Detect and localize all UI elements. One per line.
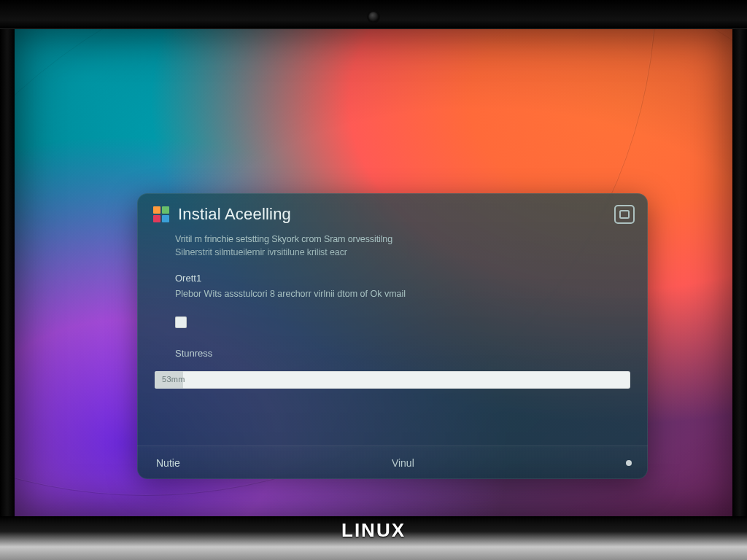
window-restore-button[interactable] [614, 205, 635, 224]
section-subtext: Plebor Wits assstulcori 8 arechorr virln… [175, 287, 630, 300]
bezel-top [0, 0, 747, 29]
dialog-title: Instial Aceelling [178, 205, 605, 224]
progress-text: 53mm [162, 371, 185, 389]
footer-next-button[interactable]: Vinul [180, 457, 626, 469]
installer-dialog: Instial Aceelling Vritil m frinchie sets… [137, 193, 648, 479]
svg-rect-0 [620, 211, 629, 218]
dialog-header: Instial Aceelling [137, 193, 648, 230]
four-square-logo-icon [153, 206, 169, 222]
dialog-body: Vritil m frinchie setstting Skyork crom … [137, 230, 648, 389]
option-row [175, 316, 630, 328]
window-restore-icon [619, 210, 630, 219]
dialog-footer: Nutie Vinul [137, 446, 648, 479]
bezel-left [0, 29, 15, 516]
monitor-frame: Instial Aceelling Vritil m frinchie sets… [0, 0, 747, 560]
section-label: Orett1 [175, 272, 630, 286]
webcam-icon [368, 12, 379, 22]
status-label: Stunress [175, 347, 630, 361]
bezel-right [732, 29, 747, 516]
progress-bar: 53mm [155, 371, 630, 389]
desktop-wallpaper: Instial Aceelling Vritil m frinchie sets… [15, 29, 732, 516]
progress-section: 53mm [175, 371, 630, 389]
footer-indicator-dot-icon [626, 460, 632, 466]
footer-back-button[interactable]: Nutie [156, 457, 180, 469]
option-checkbox[interactable] [175, 316, 187, 328]
monitor-brand: LINUX [341, 521, 406, 540]
body-text-line: Silnerstrit silmtueilernir ivrsitilune k… [175, 246, 630, 259]
body-text-line: Vritil m frinchie setstting Skyork crom … [175, 233, 630, 246]
bezel-bottom: LINUX [0, 516, 747, 560]
